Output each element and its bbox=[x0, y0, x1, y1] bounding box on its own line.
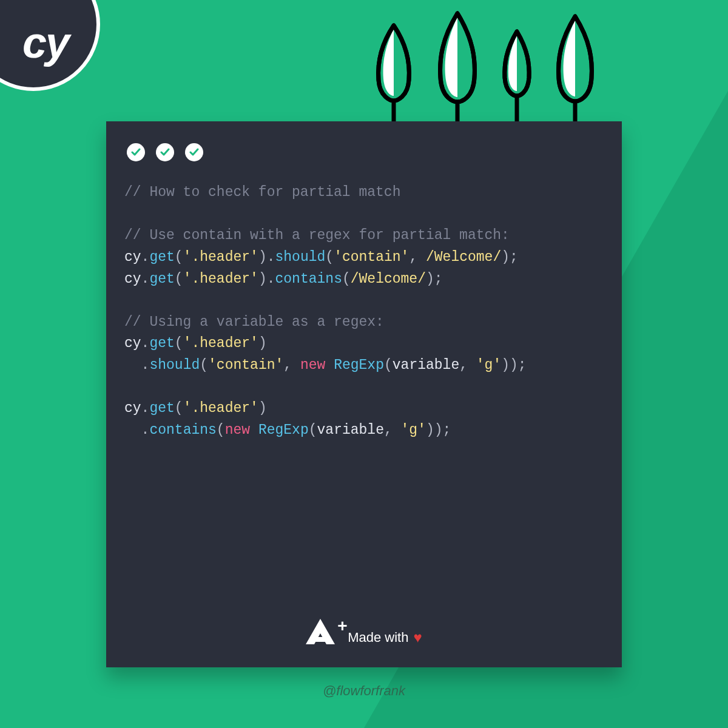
tree-icon bbox=[550, 13, 601, 131]
triangle-icon bbox=[306, 619, 335, 649]
code-comment: // Using a variable as a regex: bbox=[124, 314, 384, 330]
cypress-logo-text: cy bbox=[22, 18, 69, 67]
svg-rect-4 bbox=[315, 637, 326, 642]
code-block: // How to check for partial match // Use… bbox=[124, 182, 604, 442]
tree-icon bbox=[497, 28, 536, 131]
window-dots bbox=[127, 143, 604, 161]
code-comment: // Use contain with a regex for partial … bbox=[124, 228, 510, 243]
aplus-logo: + bbox=[306, 616, 345, 647]
tree-icon bbox=[370, 22, 417, 131]
made-with-label: Made with ♥ bbox=[348, 629, 422, 646]
check-icon bbox=[127, 143, 145, 161]
aplus-plus: + bbox=[337, 618, 346, 635]
author-handle: @flowforfrank bbox=[0, 683, 728, 699]
code-card: // How to check for partial match // Use… bbox=[106, 121, 622, 667]
heart-icon: ♥ bbox=[413, 629, 422, 646]
check-icon bbox=[156, 143, 174, 161]
cypress-logo-badge: cy bbox=[0, 0, 100, 91]
code-comment: // How to check for partial match bbox=[124, 184, 400, 200]
card-footer: + Made with ♥ bbox=[106, 616, 622, 647]
check-icon bbox=[185, 143, 203, 161]
trees-decoration bbox=[370, 10, 601, 131]
tree-icon bbox=[431, 10, 484, 131]
